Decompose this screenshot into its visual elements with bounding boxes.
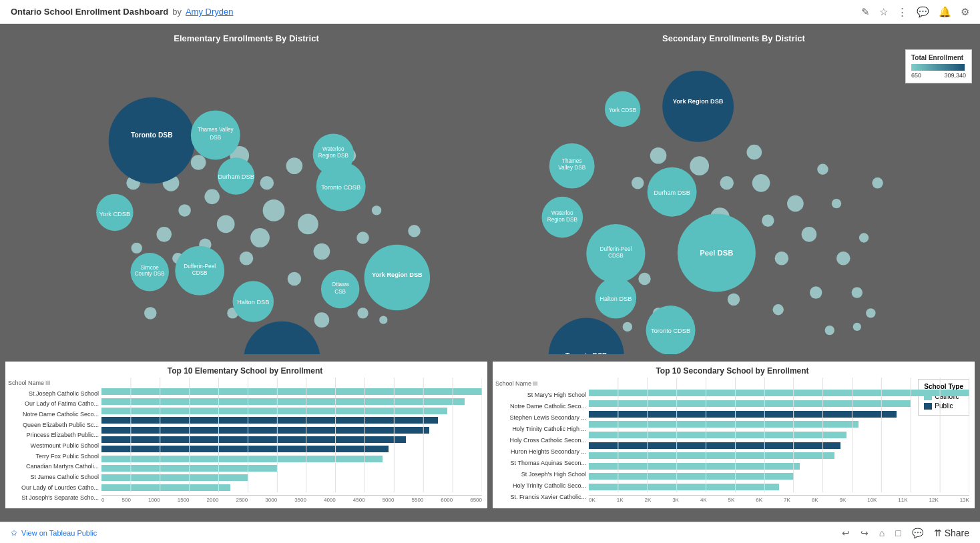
svg-point-75 xyxy=(817,164,828,175)
school-name-header: School Name ▤ xyxy=(8,380,99,386)
svg-point-81 xyxy=(859,233,869,242)
label-6: Westmount Public School xyxy=(8,440,99,451)
label-10: Our Lady of Lourdes Catho... xyxy=(8,482,99,493)
svg-point-17 xyxy=(250,228,270,247)
svg-point-4 xyxy=(286,157,303,174)
secondary-bars-area: 0K 1K 2K 3K 4K 5K 6K 7K 8K 9K 10K 11K 12… xyxy=(589,378,969,503)
svg-point-84 xyxy=(623,322,632,332)
share-label: Share xyxy=(945,528,969,538)
svg-point-62 xyxy=(720,176,734,190)
comment-icon[interactable]: 💬 xyxy=(917,6,929,18)
svg-text:Region DSB: Region DSB xyxy=(547,217,578,223)
secondary-x-axis: 0K 1K 2K 3K 4K 5K 6K 7K 8K 9K 10K 11K 12… xyxy=(589,495,969,503)
elementary-x-axis: 0 500 1000 1500 2000 2500 3000 3500 4000… xyxy=(101,495,482,503)
secondary-bar-title: Top 10 Secondary School by Enrollment xyxy=(495,364,969,378)
svg-point-110 xyxy=(549,318,624,354)
settings-icon[interactable]: ⚙ xyxy=(961,6,969,18)
svg-text:York Region DSB: York Region DSB xyxy=(372,272,423,278)
svg-text:Dufferin-Peel: Dufferin-Peel xyxy=(184,263,216,269)
svg-point-78 xyxy=(810,286,822,298)
svg-text:CSB: CSB xyxy=(334,289,346,295)
elementary-bar-content: School Name ▤ St.Joseph Catholic School … xyxy=(8,378,482,503)
label-5: Princess Elizabeth Public... xyxy=(8,430,99,440)
label-1: St.Joseph Catholic School xyxy=(8,388,99,399)
svg-text:Peel DSB: Peel DSB xyxy=(700,249,733,257)
svg-point-27 xyxy=(379,316,387,324)
undo-icon[interactable]: ↩ xyxy=(842,528,850,538)
dashboard-title: Ontario School Enrollment Dashboard xyxy=(11,7,168,17)
share-icon[interactable]: ⋮ xyxy=(897,6,907,18)
sec-school-name-header: School Name ▤ xyxy=(495,380,586,387)
elementary-bar-panel: Top 10 Elementary School by Enrollment S… xyxy=(5,362,487,508)
bubble-charts-row: Elementary Enrollments By District xyxy=(5,29,975,356)
bar-charts-row: Top 10 Elementary School by Enrollment S… xyxy=(5,362,975,508)
home-icon[interactable]: ⌂ xyxy=(879,528,885,538)
svg-point-26 xyxy=(357,308,368,318)
svg-text:Waterloo: Waterloo xyxy=(551,210,573,216)
svg-text:CDSB: CDSB xyxy=(192,270,208,276)
footer-right: ↩ ↪ ⌂ □ 💬 ⇈ Share xyxy=(842,528,969,538)
label-7: Terry Fox Public School xyxy=(8,451,99,462)
svg-point-60 xyxy=(632,177,644,189)
top-bar: Ontario School Enrollment Dashboard by A… xyxy=(0,0,980,24)
svg-point-87 xyxy=(853,323,861,331)
elementary-bubble-title: Elementary Enrollments By District xyxy=(5,29,487,46)
sec-school-name-header-row: School Name ▤ xyxy=(495,378,586,389)
svg-point-22 xyxy=(372,205,381,215)
sec-label-9: Holy Trinity Catholic Seco... xyxy=(495,480,586,491)
elementary-bubble-panel: Elementary Enrollments By District xyxy=(5,29,487,356)
school-name-header-row: School Name ▤ xyxy=(8,378,99,388)
svg-text:Ottawa: Ottawa xyxy=(332,282,349,288)
svg-point-7 xyxy=(204,189,220,205)
sec-label-2: Notre Dame Catholic Seco... xyxy=(495,401,586,412)
svg-text:York Region DSB: York Region DSB xyxy=(673,98,724,105)
footer: ✩ View on Tableau Public ↩ ↪ ⌂ □ 💬 ⇈ Sha… xyxy=(0,522,980,543)
svg-point-14 xyxy=(288,272,302,286)
title-area: Ontario School Enrollment Dashboard by A… xyxy=(11,7,233,17)
svg-point-69 xyxy=(802,227,817,242)
svg-point-68 xyxy=(787,195,804,212)
author-link[interactable]: Amy Dryden xyxy=(186,7,234,17)
svg-text:County DSB: County DSB xyxy=(135,271,166,277)
secondary-bar-panel: Top 10 Secondary School by Enrollment Sc… xyxy=(493,362,975,508)
svg-point-73 xyxy=(638,273,650,285)
elementary-bubble-svg: Toronto DSB Thames Valley DSB Waterloo R… xyxy=(5,46,487,354)
view-on-tableau-label[interactable]: View on Tableau Public xyxy=(21,529,97,537)
svg-point-13 xyxy=(132,243,142,253)
edit-icon[interactable]: ✎ xyxy=(861,6,870,18)
svg-text:Halton DSB: Halton DSB xyxy=(237,299,269,306)
svg-text:York CDSB: York CDSB xyxy=(99,211,130,217)
svg-text:Toronto CDSB: Toronto CDSB xyxy=(651,328,690,334)
svg-point-88 xyxy=(866,308,875,318)
label-4: Queen Elizabeth Public Sc... xyxy=(8,420,99,430)
alert-icon[interactable]: 🔔 xyxy=(939,6,951,18)
label-11: St Joseph's Separate Scho... xyxy=(8,492,99,503)
svg-point-59 xyxy=(650,147,667,164)
by-text: by xyxy=(172,7,182,17)
svg-text:CDSB: CDSB xyxy=(608,253,624,259)
view-on-tableau[interactable]: ✩ View on Tableau Public xyxy=(11,528,97,538)
svg-point-85 xyxy=(773,304,784,315)
sec-label-4: Holy Trinity Catholic High ... xyxy=(495,424,586,434)
redo-icon[interactable]: ↪ xyxy=(861,528,869,538)
svg-text:Simcoe: Simcoe xyxy=(141,265,160,271)
share-arrow-icon: ⇈ xyxy=(934,528,942,538)
svg-point-80 xyxy=(728,294,740,306)
comment-footer-icon[interactable]: 💬 xyxy=(912,528,923,538)
svg-point-79 xyxy=(852,287,863,298)
elementary-bars-area: 0 500 1000 1500 2000 2500 3000 3500 4000… xyxy=(101,378,482,503)
bookmark-icon[interactable]: ☆ xyxy=(879,6,888,18)
svg-point-1 xyxy=(178,204,190,216)
svg-text:Valley DSB: Valley DSB xyxy=(558,165,585,171)
share-button[interactable]: ⇈ Share xyxy=(934,528,969,538)
svg-point-82 xyxy=(872,177,883,188)
secondary-bar-content: School Name ▤ St Mary's High School Notr… xyxy=(495,378,969,503)
toolbar-icons: ✎ ☆ ⋮ 💬 🔔 ⚙ xyxy=(861,6,969,18)
secondary-bubble-title: Secondary Enrollments By District xyxy=(493,29,975,46)
svg-point-25 xyxy=(314,312,330,328)
sec-label-10: St. Francis Xavier Catholic... xyxy=(495,492,586,502)
svg-point-8 xyxy=(298,214,318,235)
svg-text:DSB: DSB xyxy=(210,135,221,141)
expand-icon[interactable]: □ xyxy=(895,528,901,538)
svg-text:Toronto DSB: Toronto DSB xyxy=(565,352,607,354)
